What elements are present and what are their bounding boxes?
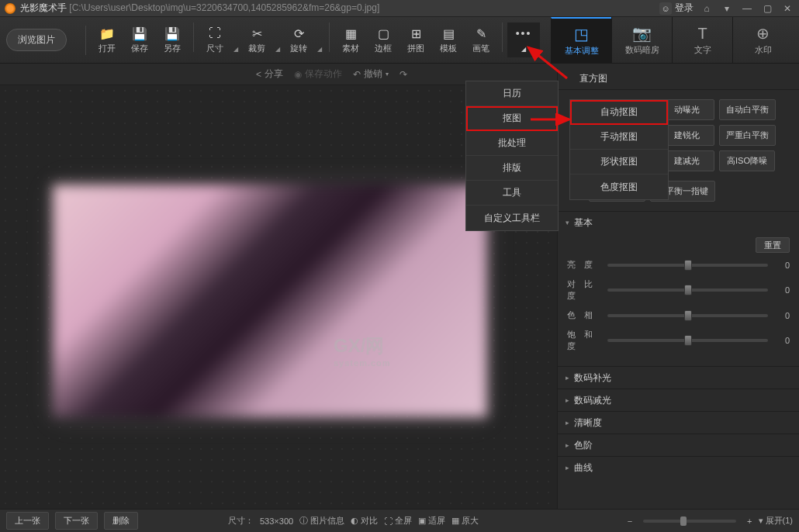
expand-button[interactable]: ▾展开(1) xyxy=(759,515,793,527)
tool-icon: ✂ xyxy=(249,26,265,41)
slider-track[interactable] xyxy=(607,264,768,267)
zoom-thumb[interactable] xyxy=(680,516,687,526)
save-action-button[interactable]: ◉保存动作 xyxy=(294,67,342,81)
chevron-right-icon: ▸ xyxy=(566,419,569,427)
menu-item-批处理[interactable]: 批处理 xyxy=(466,131,558,156)
chevron-right-icon: ▸ xyxy=(566,396,569,404)
tab-histogram[interactable]: 直方图 xyxy=(570,68,617,89)
home-icon[interactable]: ⌂ xyxy=(700,2,714,15)
submenu-item-色度抠图[interactable]: 色度抠图 xyxy=(570,174,668,199)
tool-模板[interactable]: ▤模板 xyxy=(432,22,465,57)
menu-item-日历[interactable]: 日历 xyxy=(466,81,558,106)
submenu-item-手动抠图[interactable]: 手动抠图 xyxy=(570,125,668,150)
quick-严重白平衡[interactable]: 严重白平衡 xyxy=(719,125,776,146)
image-canvas[interactable] xyxy=(53,185,487,417)
undo-icon: ↶ xyxy=(353,69,361,80)
share-button[interactable]: <分享 xyxy=(256,67,283,81)
browse-images-button[interactable]: 浏览图片 xyxy=(6,29,67,51)
zoom-in-button[interactable]: + xyxy=(747,516,752,526)
section-数码补光[interactable]: ▸数码补光 xyxy=(558,367,799,389)
submenu-item-自动抠图[interactable]: 自动抠图 xyxy=(570,100,668,125)
quick-高ISO降噪[interactable]: 高ISO降噪 xyxy=(719,150,775,171)
image-info-button[interactable]: ⓘ图片信息 xyxy=(299,515,344,527)
titlebar: 光影魔术手 [C:\Users\user\Desktop\img\u=32206… xyxy=(0,0,799,17)
close-button[interactable]: ✕ xyxy=(780,2,794,15)
tool-打开[interactable]: 📁打开 xyxy=(91,22,123,57)
menu-item-抠图[interactable]: 抠图 xyxy=(466,106,558,131)
login-button[interactable]: ☺ 登录 xyxy=(659,2,694,15)
slider-thumb[interactable] xyxy=(684,310,692,321)
tool-icon: 💾 xyxy=(164,26,180,41)
main-tab-基本调整[interactable]: ◳基本调整 xyxy=(551,17,611,64)
prev-image-button[interactable]: 上一张 xyxy=(6,512,49,530)
size-label: 尺寸： xyxy=(228,515,254,527)
app-logo-icon xyxy=(5,3,16,14)
more-icon: ••• xyxy=(516,27,532,40)
watermark-overlay: GX/网 system.com xyxy=(334,333,391,368)
menu-item-自定义工具栏[interactable]: 自定义工具栏 xyxy=(466,206,558,230)
slider-thumb[interactable] xyxy=(684,285,692,295)
compare-button[interactable]: ◐对比 xyxy=(351,515,378,527)
tool-裁剪[interactable]: ✂裁剪 xyxy=(240,22,273,57)
slider-track[interactable] xyxy=(607,314,768,317)
tool-边框[interactable]: ▢边框 xyxy=(367,22,400,57)
tab-icon: 📷 xyxy=(632,24,652,43)
fullscreen-button[interactable]: ⛶全屏 xyxy=(384,515,412,527)
tool-保存[interactable]: 💾保存 xyxy=(123,22,156,57)
slider-track[interactable] xyxy=(607,339,768,342)
tool-旋转[interactable]: ⟳旋转 xyxy=(282,22,315,57)
dropdown-arrow[interactable]: ◢ xyxy=(315,22,324,57)
zoom-slider[interactable] xyxy=(643,520,736,523)
maximize-button[interactable]: ▢ xyxy=(760,2,774,15)
reset-button[interactable]: 重置 xyxy=(756,237,790,253)
quick-自动白平衡[interactable]: 自动白平衡 xyxy=(719,99,776,120)
redo-button[interactable]: ↷ xyxy=(400,69,407,80)
tool-icon: ⊞ xyxy=(408,26,424,41)
tool-拼图[interactable]: ⊞拼图 xyxy=(400,22,432,57)
dropdown-arrow[interactable]: ◢ xyxy=(273,22,282,57)
divider xyxy=(193,22,194,52)
slider-亮度: 亮 度0 xyxy=(567,259,790,271)
tool-尺寸[interactable]: ⛶尺寸 xyxy=(199,22,231,57)
submenu-item-形状抠图[interactable]: 形状抠图 xyxy=(570,150,668,174)
chevron-right-icon: ▸ xyxy=(566,441,569,449)
tool-另存[interactable]: 💾另存 xyxy=(156,22,189,57)
settings-icon[interactable]: ▾ xyxy=(720,2,734,15)
slider-value: 0 xyxy=(774,311,790,320)
info-icon: ⓘ xyxy=(299,515,308,527)
undo-button[interactable]: ↶撤销▾ xyxy=(353,67,389,81)
zoom-out-button[interactable]: − xyxy=(628,516,632,526)
tool-画笔[interactable]: ✎画笔 xyxy=(465,22,497,57)
fullscreen-icon: ⛶ xyxy=(384,516,393,526)
section-清晰度[interactable]: ▸清晰度 xyxy=(558,412,799,434)
slider-track[interactable] xyxy=(607,288,768,292)
original-size-button[interactable]: ▦原大 xyxy=(451,515,479,527)
main-tab-水印[interactable]: ⊕水印 xyxy=(732,17,793,64)
original-icon: ▦ xyxy=(451,516,459,526)
dropdown-arrow[interactable]: ◢ xyxy=(231,22,240,57)
chevron-right-icon: ▸ xyxy=(566,464,569,472)
chevron-down-icon: ▾ xyxy=(759,516,763,526)
more-tools-button[interactable]: ••• ◢ xyxy=(507,22,540,57)
slider-thumb[interactable] xyxy=(684,335,692,346)
section-basic-header[interactable]: ▾基本 xyxy=(558,212,799,233)
minimize-button[interactable]: — xyxy=(740,2,754,15)
menu-item-工具[interactable]: 工具 xyxy=(466,181,558,206)
main-tab-文字[interactable]: T文字 xyxy=(672,17,732,64)
fit-button[interactable]: ▣适屏 xyxy=(418,515,445,527)
tool-素材[interactable]: ▦素材 xyxy=(334,22,367,57)
slider-thumb[interactable] xyxy=(684,260,692,271)
tool-icon: 💾 xyxy=(132,26,147,41)
tab-icon: ⊕ xyxy=(756,24,770,43)
slider-label: 亮 度 xyxy=(567,259,601,271)
section-曲线[interactable]: ▸曲线 xyxy=(558,457,799,478)
delete-button[interactable]: 删除 xyxy=(104,512,138,530)
chevron-down-icon: ◢ xyxy=(317,46,322,53)
section-色阶[interactable]: ▸色阶 xyxy=(558,434,799,456)
menu-item-排版[interactable]: 排版 xyxy=(466,156,558,181)
next-image-button[interactable]: 下一张 xyxy=(55,512,98,530)
section-数码减光[interactable]: ▸数码减光 xyxy=(558,389,799,411)
window-title: 光影魔术手 [C:\Users\user\Desktop\img\u=32206… xyxy=(20,2,659,15)
more-tools-menu: 日历抠图批处理排版工具自定义工具栏 xyxy=(465,81,559,231)
main-tab-数码暗房[interactable]: 📷数码暗房 xyxy=(611,17,672,64)
